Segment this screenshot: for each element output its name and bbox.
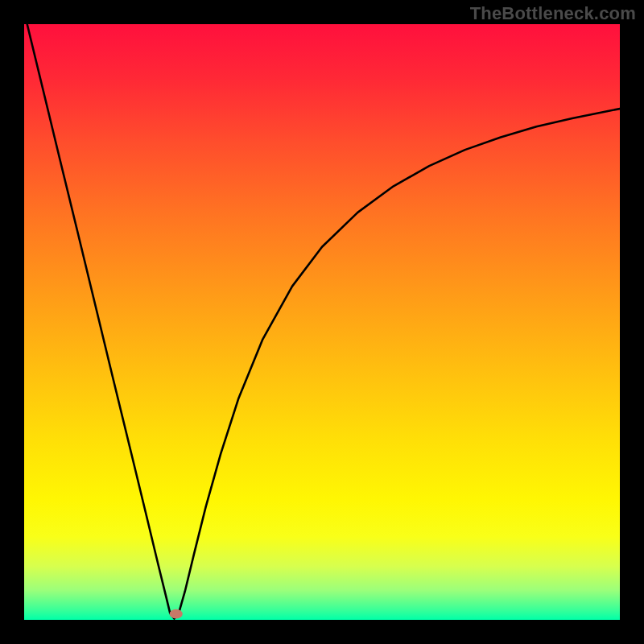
gradient-background [24,24,620,620]
chart-stage: TheBottleneck.com [0,0,644,644]
bottleneck-chart [24,24,620,620]
attribution-label: TheBottleneck.com [470,3,636,24]
optimal-marker [170,609,183,619]
plot-frame [24,24,620,620]
